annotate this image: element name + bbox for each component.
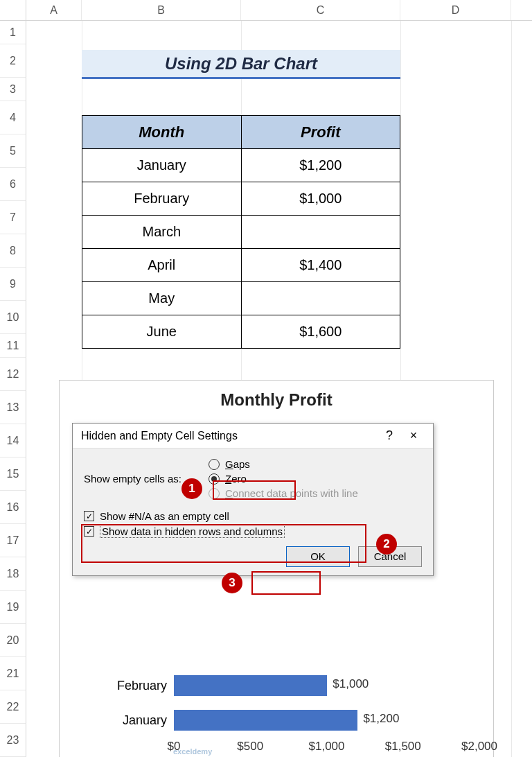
radio-connect: Connect data points with line <box>209 487 358 499</box>
x-tick: $1,000 <box>309 740 345 753</box>
radio-gaps[interactable]: Gaps <box>209 458 358 470</box>
row-header-15[interactable]: 15 <box>0 458 26 491</box>
cell[interactable]: $1,400 <box>241 249 400 282</box>
data-table[interactable]: Month Profit January$1,200 February$1,00… <box>82 115 400 349</box>
checkbox-na[interactable]: Show #N/A as an empty cell <box>84 510 422 522</box>
row-header-8[interactable]: 8 <box>0 234 26 268</box>
cell[interactable]: June <box>82 315 242 349</box>
row-header-2[interactable]: 2 <box>0 44 26 78</box>
col-header-C[interactable]: C <box>241 0 400 20</box>
x-axis: $0 $500 $1,000 $1,500 $2,000 <box>174 740 479 757</box>
bar-row-february: February $1,000 <box>73 672 479 699</box>
cell[interactable]: $1,600 <box>241 315 400 349</box>
select-all-corner[interactable] <box>0 0 26 20</box>
cell[interactable]: January <box>82 149 242 182</box>
row-header-11[interactable]: 11 <box>0 334 26 358</box>
table-row[interactable]: February$1,000 <box>82 182 400 216</box>
cell[interactable] <box>241 216 400 249</box>
table-row[interactable]: January$1,200 <box>82 149 400 182</box>
table-row[interactable]: May <box>82 282 400 315</box>
radio-icon[interactable] <box>209 459 220 470</box>
spreadsheet: A B C D 1 2 3 4 5 6 7 8 9 10 11 12 13 14… <box>0 0 532 757</box>
th-month: Month <box>82 116 242 149</box>
row-header-14[interactable]: 14 <box>0 424 26 458</box>
radio-label: Gaps <box>225 458 250 470</box>
row-headers: 1 2 3 4 5 6 7 8 9 10 11 12 13 14 15 16 1… <box>0 21 26 757</box>
checkbox-icon[interactable] <box>84 526 94 537</box>
column-headers: A B C D <box>0 0 532 21</box>
table-header-row: Month Profit <box>82 116 400 149</box>
ok-button[interactable]: OK <box>286 546 350 567</box>
dialog-title: Hidden and Empty Cell Settings <box>81 430 379 442</box>
cell[interactable] <box>241 282 400 315</box>
annotation-badge-2: 2 <box>376 534 397 555</box>
sheet-content[interactable]: Using 2D Bar Chart Month Profit January$… <box>26 21 532 757</box>
checkbox-icon[interactable] <box>84 511 94 521</box>
checkbox-label: Show data in hidden rows and columns <box>100 525 285 538</box>
row-header-23[interactable]: 23 <box>0 724 26 757</box>
row-header-9[interactable]: 9 <box>0 268 26 301</box>
cell[interactable]: $1,000 <box>241 182 400 216</box>
bar[interactable] <box>174 710 357 731</box>
row-header-21[interactable]: 21 <box>0 657 26 690</box>
row-header-12[interactable]: 12 <box>0 358 26 391</box>
cell[interactable]: March <box>82 216 242 249</box>
radio-label: Connect data points with line <box>225 487 358 499</box>
dialog-titlebar[interactable]: Hidden and Empty Cell Settings ? × <box>73 424 433 448</box>
table-row[interactable]: April$1,400 <box>82 249 400 282</box>
dialog-body: Show empty cells as: Gaps Zero Connect d… <box>73 448 433 575</box>
hidden-empty-cell-dialog[interactable]: Hidden and Empty Cell Settings ? × Show … <box>72 423 434 576</box>
close-button[interactable]: × <box>400 428 427 443</box>
annotation-badge-1: 1 <box>181 478 202 499</box>
row-header-1[interactable]: 1 <box>0 21 26 44</box>
row-header-16[interactable]: 16 <box>0 491 26 524</box>
col-header-A[interactable]: A <box>26 0 82 20</box>
row-header-5[interactable]: 5 <box>0 134 26 168</box>
radio-icon[interactable] <box>209 473 220 485</box>
row-header-18[interactable]: 18 <box>0 557 26 591</box>
help-button[interactable]: ? <box>379 428 400 443</box>
annotation-badge-3: 3 <box>222 573 242 593</box>
checkbox-hidden[interactable]: Show data in hidden rows and columns <box>84 525 422 538</box>
bar-label: February <box>73 679 174 693</box>
watermark: exceldemy <box>173 747 212 756</box>
x-tick: $1,500 <box>385 740 421 753</box>
col-header-B[interactable]: B <box>82 0 241 20</box>
row-header-3[interactable]: 3 <box>0 78 26 101</box>
row-header-22[interactable]: 22 <box>0 690 26 724</box>
cell[interactable]: February <box>82 182 242 216</box>
row-header-20[interactable]: 20 <box>0 624 26 657</box>
row-header-6[interactable]: 6 <box>0 168 26 201</box>
radio-zero[interactable]: Zero <box>209 473 358 485</box>
chart-title: Monthly Profit <box>60 390 493 410</box>
row-header-4[interactable]: 4 <box>0 101 26 134</box>
bar-label: January <box>73 713 174 728</box>
bar-value: $1,200 <box>363 712 399 726</box>
row-header-10[interactable]: 10 <box>0 301 26 334</box>
cell[interactable]: $1,200 <box>241 149 400 182</box>
table-row[interactable]: June$1,600 <box>82 315 400 349</box>
row-header-7[interactable]: 7 <box>0 201 26 234</box>
table-row[interactable]: March <box>82 216 400 249</box>
bar-value: $1,000 <box>332 677 369 691</box>
row-header-19[interactable]: 19 <box>0 591 26 624</box>
radio-label: Zero <box>225 473 247 485</box>
cell[interactable]: April <box>82 249 242 282</box>
radio-group-empty: Gaps Zero Connect data points with line <box>209 458 358 499</box>
sheet-title: Using 2D Bar Chart <box>82 50 400 79</box>
row-header-13[interactable]: 13 <box>0 391 26 424</box>
radio-icon <box>209 488 220 499</box>
th-profit: Profit <box>241 116 400 149</box>
x-tick: $500 <box>237 740 263 753</box>
bar-row-january: January $1,200 <box>73 706 479 734</box>
row-header-17[interactable]: 17 <box>0 524 26 557</box>
col-header-D[interactable]: D <box>400 0 511 20</box>
cell[interactable]: May <box>82 282 242 315</box>
bar[interactable] <box>174 675 327 696</box>
checkbox-label: Show #N/A as an empty cell <box>100 510 229 522</box>
x-tick: $2,000 <box>461 740 497 753</box>
